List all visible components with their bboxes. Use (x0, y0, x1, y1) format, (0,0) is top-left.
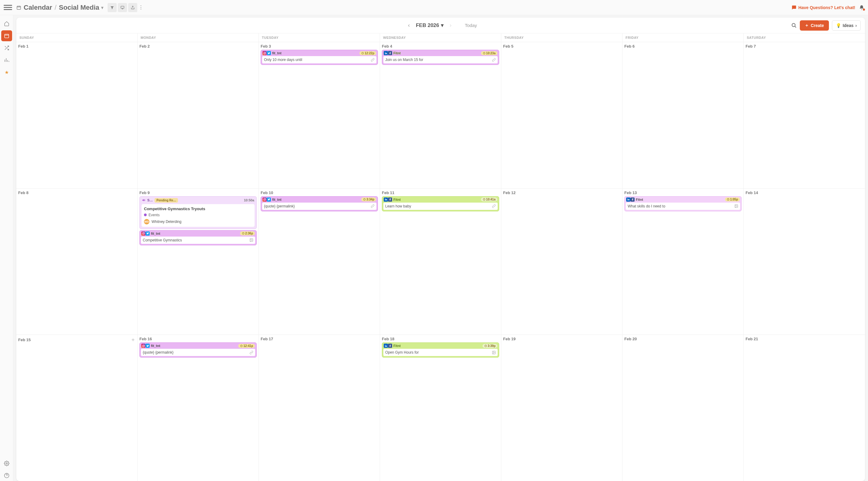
chevron-down-icon[interactable]: ▾ (101, 5, 103, 10)
time-pill: 2:36p (240, 232, 255, 235)
network-icons (141, 343, 150, 348)
day-date: Feb 7 (746, 44, 863, 49)
calendar-day[interactable]: Feb 15＋ (17, 335, 137, 481)
search-icon[interactable] (791, 23, 797, 28)
breadcrumb-root[interactable]: Calendar (24, 4, 52, 11)
chat-link[interactable]: Have Questions? Let's chat! (792, 5, 855, 10)
calendar-day[interactable]: Feb 8 (17, 189, 137, 335)
day-date: Feb 3 (261, 44, 378, 49)
time-pill: 12:22p (360, 51, 376, 55)
sidebar-help-icon[interactable] (1, 470, 12, 481)
top-header: Calendar / Social Media ▾ ⋮ Have Questio… (0, 0, 868, 15)
clock-icon (363, 198, 366, 201)
sidebar: ★ (0, 15, 13, 481)
social-handle: Fitnt (393, 198, 480, 201)
svg-point-5 (792, 23, 795, 27)
day-date: Feb 14 (746, 190, 863, 195)
social-card[interactable]: Fitnt1:05pWhat skills do I need to (624, 196, 742, 211)
sidebar-analytics-icon[interactable] (1, 55, 12, 65)
social-card-head: fit_tnt12:41p (140, 343, 256, 349)
sidebar-settings-icon[interactable] (1, 458, 12, 469)
sidebar-shuffle-icon[interactable] (1, 42, 12, 53)
calendar-day[interactable]: Feb 21 (744, 335, 865, 481)
breadcrumb: Calendar / Social Media ▾ (17, 4, 103, 11)
li-icon (626, 198, 630, 202)
calendar-day[interactable]: Feb 6 (622, 42, 744, 188)
social-card-body: {quote} {permalink} (262, 203, 376, 210)
calendar-day[interactable]: Feb 1 (17, 42, 137, 188)
day-date: Feb 16 (140, 337, 257, 341)
day-date: Feb 18 (382, 337, 499, 341)
link-icon (249, 351, 253, 355)
social-card[interactable]: Fitnt3:39pOpen Gym Hours for (382, 342, 499, 358)
time-pill: 3:39p (483, 344, 497, 348)
notifications-icon[interactable] (859, 5, 864, 10)
social-card[interactable]: fit_tnt3:34p{quote} {permalink} (261, 196, 378, 211)
calendar-day[interactable]: Feb 3fit_tnt12:22pOnly 10 more days unti… (259, 42, 380, 188)
day-date: Feb 8 (18, 190, 135, 195)
calendar-day[interactable]: Feb 10fit_tnt3:34p{quote} {permalink} (259, 189, 380, 335)
social-card[interactable]: Fitnt10:41aLearn how baby (382, 196, 499, 211)
calendar-day[interactable]: Feb 12 (501, 189, 622, 335)
svg-point-27 (144, 345, 144, 345)
calendar-day[interactable]: Feb 2 (137, 42, 259, 188)
sidebar-star-icon[interactable]: ★ (1, 67, 12, 78)
time-pill: 10:41a (481, 198, 497, 201)
ideas-button[interactable]: 💡Ideas› (832, 20, 861, 31)
more-icon[interactable]: ⋮ (138, 3, 143, 12)
calendar-day[interactable]: Feb 19 (501, 335, 622, 481)
main: ‹ FEB 2026 ▾ › Today ＋Create 💡Ideas› SUN… (13, 15, 868, 481)
clock-icon (361, 52, 364, 55)
calendar-day[interactable]: Feb 14 (744, 189, 865, 335)
calendar-day[interactable]: Feb 18Fitnt3:39pOpen Gym Hours for (380, 335, 501, 481)
fb-icon (388, 343, 392, 348)
create-button[interactable]: ＋Create (800, 20, 829, 31)
campaign-card[interactable]: S…Pending Re…10:50aCompetitive Gymnastic… (140, 196, 257, 229)
fb-icon (388, 198, 392, 202)
sidebar-calendar-icon[interactable] (1, 30, 12, 41)
social-card-head: Fitnt10:23a (382, 50, 499, 56)
add-item-icon[interactable]: ＋ (131, 337, 135, 343)
social-card[interactable]: fit_tnt2:36pCompetitive Gymnastics (140, 230, 257, 245)
svg-point-24 (736, 205, 736, 206)
network-icons (262, 198, 271, 202)
calendar-day[interactable]: Feb 4Fitnt10:23aJoin us on March 15 for (380, 42, 501, 188)
campaign-tag: Events (144, 213, 252, 217)
calendar-day[interactable]: Feb 17 (259, 335, 380, 481)
social-card[interactable]: fit_tnt12:22pOnly 10 more days until (261, 50, 378, 65)
share-icon[interactable] (128, 3, 137, 12)
fb-icon (630, 198, 634, 202)
clock-icon (484, 344, 487, 347)
breadcrumb-leaf[interactable]: Social Media (59, 4, 99, 11)
prev-month-icon[interactable]: ‹ (404, 21, 413, 30)
next-month-icon[interactable]: › (446, 21, 455, 30)
today-button[interactable]: Today (465, 23, 477, 28)
display-icon[interactable] (118, 3, 127, 12)
day-date: Feb 2 (140, 44, 257, 49)
clock-icon (483, 52, 486, 55)
body: ★ ‹ FEB 2026 ▾ › Today ＋Create 💡Ideas› (0, 15, 868, 481)
calendar-weeks: Feb 1Feb 2Feb 3fit_tnt12:22pOnly 10 more… (17, 42, 865, 481)
filter-icon[interactable] (107, 3, 117, 12)
calendar-day[interactable]: Feb 7 (744, 42, 865, 188)
day-date: Feb 15＋ (18, 337, 135, 343)
li-icon (384, 343, 388, 348)
svg-point-26 (143, 345, 144, 347)
campaign-owner: WDWhitney Deterding (144, 219, 252, 224)
calendar-day[interactable]: Feb 16fit_tnt12:41p{quote} {permalink} (137, 335, 259, 481)
calendar-day[interactable]: Feb 9S…Pending Re…10:50aCompetitive Gymn… (137, 189, 259, 335)
social-handle: Fitnt (636, 198, 724, 201)
month-picker[interactable]: FEB 2026 ▾ (416, 22, 444, 29)
sidebar-home-icon[interactable] (1, 18, 12, 29)
calendar-day[interactable]: Feb 5 (501, 42, 622, 188)
social-card-head: fit_tnt2:36p (140, 231, 256, 237)
social-card[interactable]: Fitnt10:23aJoin us on March 15 for (382, 50, 499, 65)
hamburger-menu-icon[interactable] (4, 3, 12, 12)
link-icon (492, 58, 496, 62)
calendar-week: Feb 1Feb 2Feb 3fit_tnt12:22pOnly 10 more… (17, 42, 865, 189)
calendar-day[interactable]: Feb 11Fitnt10:41aLearn how baby (380, 189, 501, 335)
avatar: WD (144, 219, 149, 224)
calendar-day[interactable]: Feb 13Fitnt1:05pWhat skills do I need to (622, 189, 744, 335)
calendar-day[interactable]: Feb 20 (622, 335, 744, 481)
social-card[interactable]: fit_tnt12:41p{quote} {permalink} (140, 342, 257, 358)
